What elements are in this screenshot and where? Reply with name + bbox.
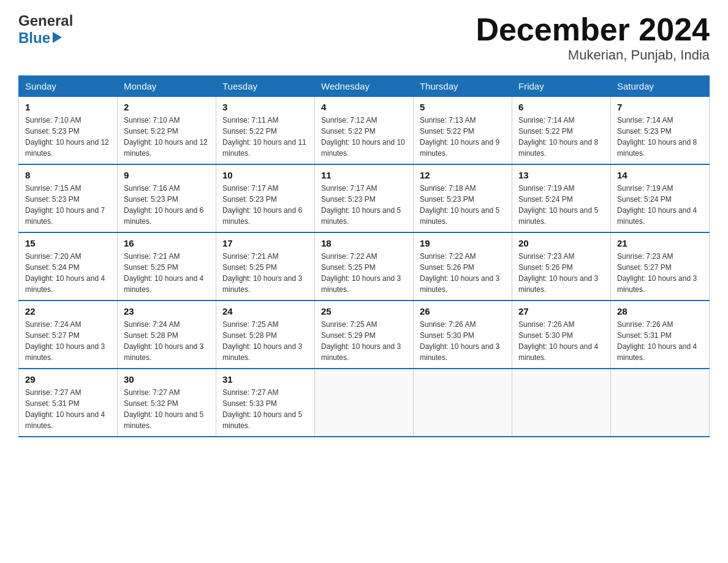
week-row: 15 Sunrise: 7:20 AMSunset: 5:24 PMDaylig… (19, 232, 710, 301)
calendar-cell: 3 Sunrise: 7:11 AMSunset: 5:22 PMDayligh… (216, 97, 315, 165)
day-number: 7 (617, 102, 703, 112)
calendar-cell: 27 Sunrise: 7:26 AMSunset: 5:30 PMDaylig… (512, 301, 611, 369)
day-number: 10 (222, 170, 308, 180)
logo-arrow-icon (53, 32, 62, 43)
day-number: 2 (124, 102, 210, 112)
day-number: 5 (420, 102, 506, 112)
day-number: 31 (222, 374, 308, 385)
calendar-header: SundayMondayTuesdayWednesdayThursdayFrid… (19, 76, 710, 97)
header-wednesday: Wednesday (315, 76, 414, 97)
calendar-cell (611, 369, 710, 437)
day-info: Sunrise: 7:26 AMSunset: 5:30 PMDaylight:… (420, 320, 499, 362)
header-friday: Friday (512, 76, 611, 97)
day-number: 14 (617, 170, 703, 180)
day-number: 12 (420, 170, 506, 180)
day-info: Sunrise: 7:19 AMSunset: 5:24 PMDaylight:… (518, 184, 598, 226)
calendar-cell: 8 Sunrise: 7:15 AMSunset: 5:23 PMDayligh… (19, 164, 118, 232)
calendar-cell: 18 Sunrise: 7:22 AMSunset: 5:25 PMDaylig… (315, 232, 414, 301)
day-info: Sunrise: 7:17 AMSunset: 5:23 PMDaylight:… (321, 184, 401, 226)
calendar-cell: 1 Sunrise: 7:10 AMSunset: 5:23 PMDayligh… (19, 97, 118, 165)
day-info: Sunrise: 7:14 AMSunset: 5:22 PMDaylight:… (518, 116, 598, 158)
day-number: 17 (222, 238, 308, 248)
week-row: 1 Sunrise: 7:10 AMSunset: 5:23 PMDayligh… (19, 97, 710, 165)
page-header: General Blue December 2024 Mukerian, Pun… (18, 12, 710, 63)
calendar-cell: 10 Sunrise: 7:17 AMSunset: 5:23 PMDaylig… (216, 164, 315, 232)
calendar-cell: 19 Sunrise: 7:22 AMSunset: 5:26 PMDaylig… (414, 232, 512, 301)
logo-blue: Blue (18, 29, 73, 47)
day-info: Sunrise: 7:15 AMSunset: 5:23 PMDaylight:… (25, 184, 105, 226)
day-info: Sunrise: 7:22 AMSunset: 5:26 PMDaylight:… (420, 252, 499, 294)
day-info: Sunrise: 7:13 AMSunset: 5:22 PMDaylight:… (420, 116, 499, 158)
day-number: 8 (25, 170, 111, 180)
day-info: Sunrise: 7:24 AMSunset: 5:28 PMDaylight:… (124, 320, 203, 362)
day-number: 3 (222, 102, 308, 112)
calendar-cell: 17 Sunrise: 7:21 AMSunset: 5:25 PMDaylig… (216, 232, 315, 301)
calendar-cell: 20 Sunrise: 7:23 AMSunset: 5:26 PMDaylig… (512, 232, 611, 301)
day-info: Sunrise: 7:17 AMSunset: 5:23 PMDaylight:… (222, 184, 302, 226)
calendar-cell (315, 369, 414, 437)
day-number: 26 (420, 306, 506, 316)
logo-general: General (18, 12, 73, 29)
day-info: Sunrise: 7:24 AMSunset: 5:27 PMDaylight:… (25, 320, 105, 362)
day-number: 21 (617, 238, 703, 248)
calendar-body: 1 Sunrise: 7:10 AMSunset: 5:23 PMDayligh… (19, 97, 710, 437)
day-number: 28 (617, 306, 703, 316)
day-number: 18 (321, 238, 407, 248)
week-row: 29 Sunrise: 7:27 AMSunset: 5:31 PMDaylig… (19, 369, 710, 437)
calendar-cell: 25 Sunrise: 7:25 AMSunset: 5:29 PMDaylig… (315, 301, 414, 369)
day-number: 1 (25, 102, 111, 112)
calendar-cell: 15 Sunrise: 7:20 AMSunset: 5:24 PMDaylig… (19, 232, 118, 301)
calendar-cell: 4 Sunrise: 7:12 AMSunset: 5:22 PMDayligh… (315, 97, 414, 165)
calendar-cell: 28 Sunrise: 7:26 AMSunset: 5:31 PMDaylig… (611, 301, 710, 369)
header-monday: Monday (118, 76, 216, 97)
day-number: 20 (518, 238, 604, 248)
day-info: Sunrise: 7:19 AMSunset: 5:24 PMDaylight:… (617, 184, 697, 226)
day-info: Sunrise: 7:25 AMSunset: 5:29 PMDaylight:… (321, 320, 401, 362)
week-row: 22 Sunrise: 7:24 AMSunset: 5:27 PMDaylig… (19, 301, 710, 369)
day-number: 27 (518, 306, 604, 316)
day-number: 30 (124, 374, 210, 385)
calendar-table: SundayMondayTuesdayWednesdayThursdayFrid… (18, 75, 710, 437)
day-info: Sunrise: 7:21 AMSunset: 5:25 PMDaylight:… (124, 252, 203, 294)
day-info: Sunrise: 7:27 AMSunset: 5:33 PMDaylight:… (222, 388, 302, 430)
day-info: Sunrise: 7:27 AMSunset: 5:31 PMDaylight:… (25, 388, 105, 430)
day-number: 9 (124, 170, 210, 180)
calendar-cell: 9 Sunrise: 7:16 AMSunset: 5:23 PMDayligh… (118, 164, 216, 232)
calendar-cell: 2 Sunrise: 7:10 AMSunset: 5:22 PMDayligh… (118, 97, 216, 165)
calendar-cell: 23 Sunrise: 7:24 AMSunset: 5:28 PMDaylig… (118, 301, 216, 369)
day-number: 22 (25, 306, 111, 316)
week-row: 8 Sunrise: 7:15 AMSunset: 5:23 PMDayligh… (19, 164, 710, 232)
header-sunday: Sunday (19, 76, 118, 97)
day-number: 23 (124, 306, 210, 316)
day-number: 29 (25, 374, 111, 385)
day-info: Sunrise: 7:25 AMSunset: 5:28 PMDaylight:… (222, 320, 302, 362)
calendar-cell: 5 Sunrise: 7:13 AMSunset: 5:22 PMDayligh… (414, 97, 512, 165)
day-number: 16 (124, 238, 210, 248)
calendar-cell: 24 Sunrise: 7:25 AMSunset: 5:28 PMDaylig… (216, 301, 315, 369)
day-info: Sunrise: 7:20 AMSunset: 5:24 PMDaylight:… (25, 252, 105, 294)
day-info: Sunrise: 7:12 AMSunset: 5:22 PMDaylight:… (321, 116, 405, 158)
day-info: Sunrise: 7:10 AMSunset: 5:22 PMDaylight:… (124, 116, 208, 158)
day-info: Sunrise: 7:22 AMSunset: 5:25 PMDaylight:… (321, 252, 401, 294)
calendar-cell: 29 Sunrise: 7:27 AMSunset: 5:31 PMDaylig… (19, 369, 118, 437)
day-info: Sunrise: 7:27 AMSunset: 5:32 PMDaylight:… (124, 388, 203, 430)
calendar-cell (512, 369, 611, 437)
day-info: Sunrise: 7:18 AMSunset: 5:23 PMDaylight:… (420, 184, 499, 226)
day-number: 15 (25, 238, 111, 248)
header-row: SundayMondayTuesdayWednesdayThursdayFrid… (19, 76, 710, 97)
day-number: 4 (321, 102, 407, 112)
day-number: 19 (420, 238, 506, 248)
day-number: 11 (321, 170, 407, 180)
calendar-cell: 26 Sunrise: 7:26 AMSunset: 5:30 PMDaylig… (414, 301, 512, 369)
day-number: 13 (518, 170, 604, 180)
calendar-cell: 31 Sunrise: 7:27 AMSunset: 5:33 PMDaylig… (216, 369, 315, 437)
day-info: Sunrise: 7:10 AMSunset: 5:23 PMDaylight:… (25, 116, 109, 158)
calendar-cell: 11 Sunrise: 7:17 AMSunset: 5:23 PMDaylig… (315, 164, 414, 232)
header-thursday: Thursday (414, 76, 512, 97)
calendar-cell: 30 Sunrise: 7:27 AMSunset: 5:32 PMDaylig… (118, 369, 216, 437)
title-section: December 2024 Mukerian, Punjab, India (476, 12, 710, 63)
month-title: December 2024 (476, 12, 710, 47)
calendar-cell: 21 Sunrise: 7:23 AMSunset: 5:27 PMDaylig… (611, 232, 710, 301)
calendar-cell: 12 Sunrise: 7:18 AMSunset: 5:23 PMDaylig… (414, 164, 512, 232)
day-info: Sunrise: 7:26 AMSunset: 5:30 PMDaylight:… (518, 320, 598, 362)
